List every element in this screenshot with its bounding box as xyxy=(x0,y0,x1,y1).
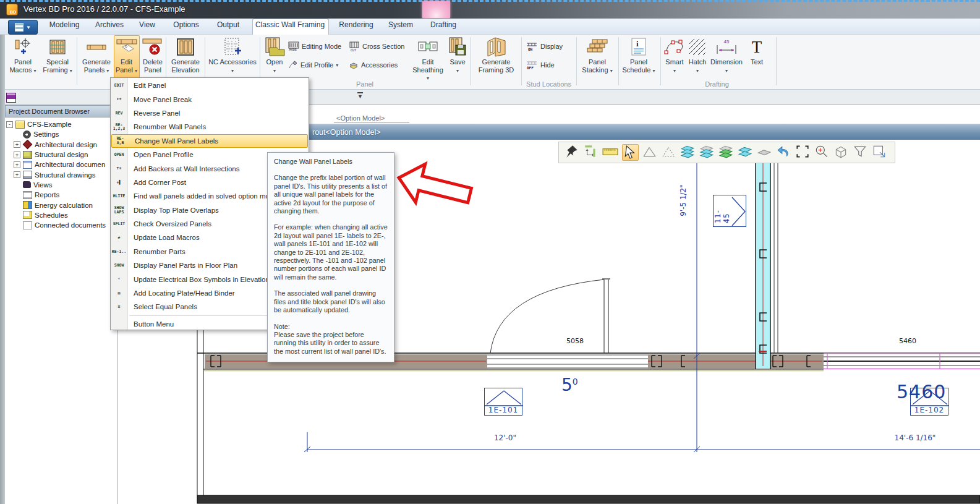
change-wall-panel-labels-tooltip: Change Wall Panel Labels Change the pref… xyxy=(267,152,394,362)
tree-expand-toggle[interactable]: - xyxy=(6,121,13,128)
panel-schedule-button[interactable]: i Panel Schedule ▾ xyxy=(620,36,658,78)
tree-item[interactable]: Settings xyxy=(6,129,116,139)
chevron-down-icon: ▾ xyxy=(652,68,655,74)
tree-item[interactable]: + Structural drawings xyxy=(6,169,116,179)
tree-item-label: Views xyxy=(33,181,52,189)
menu-item[interactable]: RE- A,B Change Wall Panel Labels xyxy=(111,134,308,148)
generate-framing-3d-button[interactable]: Generate Framing 3D xyxy=(473,36,519,78)
cube-icon[interactable] xyxy=(833,144,850,161)
generate-panels-button[interactable]: Generate Panels ▾ xyxy=(79,36,114,78)
stud-hide-icon: OFF xyxy=(526,60,538,70)
stud-hide-button[interactable]: OFF Hide xyxy=(526,58,555,72)
tree-expand-toggle[interactable]: + xyxy=(14,161,20,168)
tree-item[interactable]: Views xyxy=(6,180,116,190)
open-button[interactable]: Open▾ xyxy=(262,36,287,78)
panel-macros-button[interactable]: Panel Macros ▾ xyxy=(6,36,40,78)
export-view-icon[interactable] xyxy=(872,144,888,161)
tree-item[interactable]: + Architectural design xyxy=(6,140,116,150)
smart-button[interactable]: Smart▾ xyxy=(663,36,686,78)
stud-display-button[interactable]: ON Display xyxy=(526,40,563,53)
tree-item[interactable]: Connected documents xyxy=(6,220,116,230)
tree-item[interactable]: Schedules xyxy=(6,210,116,220)
panel-tag-label: 1E-102 xyxy=(911,406,948,414)
tree-expand-toggle[interactable]: + xyxy=(14,141,20,148)
collapse-arrow-icon[interactable]: ▼ xyxy=(357,92,363,100)
tree-item-label: Reports xyxy=(35,191,59,199)
vertical-dimension-label: 9'-5 1/2" xyxy=(679,176,689,225)
cursor-icon[interactable] xyxy=(622,144,639,161)
tree-item[interactable]: Reports xyxy=(6,190,116,200)
triangle-icon[interactable] xyxy=(642,144,658,161)
hatch-button[interactable]: Hatch▾ xyxy=(686,36,709,78)
ruler-icon[interactable] xyxy=(602,144,619,161)
menu-item[interactable]: REV Reverse Panel xyxy=(111,106,309,120)
ribbon-divider xyxy=(77,37,77,85)
tooltip-paragraph: The associated wall panel drawing files … xyxy=(274,289,388,314)
inactive-drawing-tab[interactable]: <Option Model> xyxy=(334,114,409,123)
tab-modeling[interactable]: Modeling xyxy=(49,20,80,29)
tab-classic-wall-framing[interactable]: Classic Wall Framing xyxy=(255,20,325,29)
pink-overlay xyxy=(422,1,450,18)
tree-item[interactable]: + Architectural documen xyxy=(6,160,116,169)
dimension-button[interactable]: 45 Dimension▾ xyxy=(709,36,744,78)
cross-section-button[interactable]: CUT Cross Section xyxy=(349,40,404,53)
tree-item[interactable]: - CFS-Example xyxy=(6,119,116,129)
window-tag[interactable]: 11-45 xyxy=(713,195,746,227)
menu-item[interactable]: EDIT Edit Panel xyxy=(111,79,309,92)
panel-tag-1e-101[interactable]: 1E-101 xyxy=(484,388,522,416)
layers-pair-icon[interactable] xyxy=(738,144,754,161)
nc-accessories-button[interactable]: NC Accessories ▾ xyxy=(207,36,258,78)
generate-elevation-button[interactable]: Generate Elevation xyxy=(168,36,203,78)
tab-view[interactable]: View xyxy=(139,20,155,29)
tree-expand-toggle[interactable]: + xyxy=(14,171,20,178)
panel-stacking-button[interactable]: Panel Stacking ▾ xyxy=(577,36,617,78)
application-menu-button[interactable]: ▼ xyxy=(8,20,38,35)
chevron-down-icon: ▾ xyxy=(673,68,676,74)
tab-archives[interactable]: Archives xyxy=(95,20,124,29)
tab-output[interactable]: Output xyxy=(217,20,239,29)
layers-stack-icon[interactable] xyxy=(680,144,697,161)
ribbon-divider xyxy=(618,37,619,85)
delete-panel-button[interactable]: Delete Panel xyxy=(140,36,166,78)
triangle-dashed-icon[interactable] xyxy=(661,144,678,161)
save-button[interactable]: Save▾ xyxy=(446,36,469,78)
hatch-icon xyxy=(686,36,709,58)
pin-icon[interactable] xyxy=(564,144,581,161)
edit-profile-button[interactable]: Edit Profile ▾ xyxy=(288,58,338,72)
edit-sheathing-button[interactable]: Edit Sheathing ▾ xyxy=(411,36,445,78)
special-framing-button[interactable]: Special Framing ▾ xyxy=(40,36,75,78)
tab-options[interactable]: Options xyxy=(173,20,198,29)
menu-item-icon: ⚡ xyxy=(111,277,127,281)
menu-item-icon: SHOW xyxy=(111,263,127,268)
menu-item[interactable]: ↕+ Move Panel Break xyxy=(111,92,309,106)
tree-item[interactable]: + Structural design xyxy=(6,150,116,160)
chevron-down-icon: ▾ xyxy=(610,68,613,74)
menu-item-label: Add Backers at Wall Intersections xyxy=(127,165,240,173)
tab-rendering[interactable]: Rendering xyxy=(339,20,373,29)
ribbon-divider xyxy=(470,37,471,85)
menu-item-label: Reverse Panel xyxy=(127,109,180,117)
undo-icon[interactable] xyxy=(776,144,793,161)
select-region-icon[interactable] xyxy=(795,144,812,161)
tab-drafting[interactable]: Drafting xyxy=(430,20,456,29)
layers-stack-2-icon[interactable] xyxy=(699,144,716,161)
open-icon xyxy=(262,36,287,58)
measure-offset-icon[interactable] xyxy=(583,144,600,161)
menu-item[interactable]: RE- 1,2,3 Renumber Wall Panels xyxy=(111,120,309,134)
tree-item[interactable]: Energy calculation xyxy=(6,200,116,210)
filter-icon[interactable] xyxy=(853,144,869,161)
tree-item-label: Settings xyxy=(33,130,59,138)
editing-mode-button[interactable]: MODE Editing Mode xyxy=(288,40,341,53)
tree-item-label: Architectural documen xyxy=(35,161,105,168)
tab-system[interactable]: System xyxy=(388,20,413,29)
zoom-in-icon[interactable] xyxy=(814,144,831,161)
save-quick-icon[interactable] xyxy=(6,93,16,103)
tree-expand-toggle[interactable]: + xyxy=(14,152,20,158)
text-button[interactable]: T Text xyxy=(746,36,768,78)
tree-item-icon xyxy=(23,140,33,150)
accessories-button[interactable]: Accessories xyxy=(349,58,398,72)
edit-panel-button[interactable]: Edit Panel ▾ xyxy=(115,36,138,78)
layer-flat-icon[interactable] xyxy=(757,144,773,161)
bottom-dimension-right: 14'-6 1/16" xyxy=(883,434,947,442)
layers-green-icon[interactable] xyxy=(718,144,735,161)
